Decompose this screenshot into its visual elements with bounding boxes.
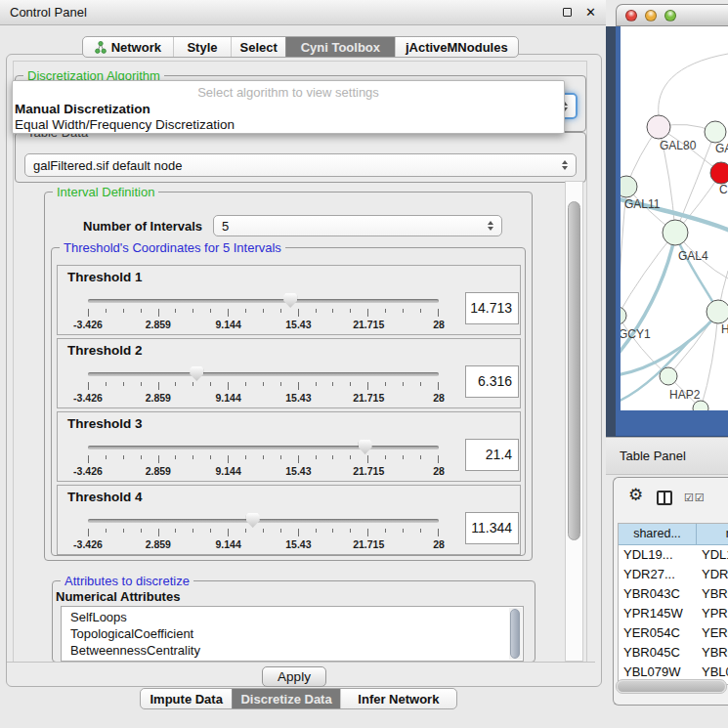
network-node[interactable]: [647, 115, 670, 139]
threshold-slider[interactable]: -3.4262.8599.14415.4321.71528: [88, 366, 439, 407]
network-graph[interactable]: GAL80GAGAL11CGAL4GCY1HHAP2: [621, 26, 728, 410]
table-data-combobox[interactable]: galFiltered.sif default node: [24, 153, 577, 177]
threshold-slider[interactable]: -3.4262.8599.14415.4321.71528: [88, 293, 439, 334]
slider-track[interactable]: [88, 299, 439, 303]
tab-discretize-data[interactable]: Discretize Data: [232, 689, 339, 708]
tab-jactivemnodules[interactable]: jActiveMNodules: [395, 37, 518, 57]
network-node[interactable]: [705, 121, 726, 143]
network-edge[interactable]: [659, 54, 728, 115]
threshold-value-field[interactable]: 21.4: [465, 439, 519, 471]
tab-infer-network[interactable]: Infer Network: [340, 689, 456, 708]
network-node[interactable]: [707, 300, 728, 323]
list-item[interactable]: TopologicalCoefficient: [70, 625, 523, 642]
slider-thumb[interactable]: [246, 513, 260, 528]
panel-vertical-scrollbar[interactable]: [565, 181, 583, 662]
threshold-slider[interactable]: -3.4262.8599.14415.4321.71528: [88, 513, 439, 554]
threshold-value-field[interactable]: 14.713: [465, 292, 519, 324]
network-window-titlebar[interactable]: [616, 4, 728, 26]
panel-title: Control Panel: [10, 5, 87, 20]
table-cell: YDL19...: [619, 545, 697, 565]
tab-network[interactable]: Network: [83, 37, 173, 57]
table-cell: YER054C: [619, 623, 697, 643]
number-of-intervals-combobox[interactable]: 5: [213, 215, 502, 236]
slider-track[interactable]: [88, 446, 439, 450]
close-icon[interactable]: ✕: [585, 6, 596, 19]
tab-impute-data[interactable]: Impute Data: [141, 689, 232, 708]
slider-thumb[interactable]: [190, 366, 203, 381]
table-cell: YBR043C: [619, 584, 697, 604]
slider-track[interactable]: [88, 372, 439, 376]
list-scrollbar[interactable]: [509, 608, 522, 660]
threshold-slider[interactable]: -3.4262.8599.14415.4321.71528: [88, 440, 439, 481]
scrollbar-thumb[interactable]: [568, 201, 580, 540]
columns-icon[interactable]: [657, 491, 672, 505]
network-node-label: GAL11: [624, 197, 661, 211]
list-item[interactable]: BetweennessCentrality: [70, 642, 523, 659]
group-title-attributes: Attributes to discretize: [61, 574, 193, 588]
close-traffic-light-icon[interactable]: [625, 10, 637, 21]
table-panel-title: Table Panel: [620, 449, 686, 463]
network-edge[interactable]: [621, 233, 675, 316]
network-node[interactable]: [621, 176, 637, 197]
network-edge[interactable]: [621, 314, 718, 375]
network-window-shadow-edge: [606, 26, 616, 437]
threshold-label: Threshold 1: [67, 270, 143, 284]
control-panel-titlebar: Control Panel ✕: [0, 0, 606, 25]
node-table[interactable]: shared... n... YDL19...YDL1...YDR27...YD…: [618, 523, 728, 685]
tab-cyni-toolbox[interactable]: Cyni Toolbox: [285, 37, 395, 57]
table-row[interactable]: YER054CYER0...: [619, 623, 728, 643]
scrollbar-thumb[interactable]: [618, 681, 725, 692]
tab-network-label: Network: [111, 40, 161, 55]
checkboxes-icon[interactable]: ☑☑: [684, 492, 706, 504]
combo-stepper-icon: [562, 160, 568, 170]
network-canvas[interactable]: GAL80GAGAL11CGAL4GCY1HHAP2: [621, 26, 728, 410]
table-row[interactable]: YPR145WYPR1...: [619, 604, 728, 623]
numerical-attributes-list[interactable]: SelfLoops TopologicalCoefficient Between…: [61, 606, 524, 662]
network-node[interactable]: [663, 220, 688, 245]
table-row[interactable]: YBR045CYBR0...: [619, 643, 728, 663]
network-node-label: H: [721, 322, 728, 336]
slider-ticks: [88, 529, 439, 536]
network-edge[interactable]: [701, 312, 718, 408]
minimize-traffic-light-icon[interactable]: [645, 10, 657, 21]
table-body: YDL19...YDL1...YDR27...YDR2...YBR043CYBR…: [619, 545, 728, 685]
tab-style[interactable]: Style: [173, 37, 232, 57]
zoom-traffic-light-icon[interactable]: [664, 10, 676, 21]
slider-scale: -3.4262.8599.14415.4321.71528: [88, 392, 439, 405]
table-row[interactable]: YBR043CYBR0...: [619, 584, 728, 604]
column-header-shared-name[interactable]: shared...: [619, 524, 697, 545]
slider-track[interactable]: [88, 519, 439, 523]
table-cell: YDL1...: [697, 545, 728, 565]
group-title-thresholds: Threshold's Coordinates for 5 Intervals: [60, 240, 285, 255]
threshold-value-field[interactable]: 6.316: [465, 365, 519, 398]
threshold-label: Threshold 3: [67, 416, 143, 431]
network-node[interactable]: [710, 162, 728, 184]
column-header-name[interactable]: n...: [697, 524, 728, 545]
table-cell: YDR27...: [619, 565, 697, 584]
table-cell: YPR1...: [697, 604, 728, 623]
numerical-attributes-heading: Numerical Attributes: [56, 589, 180, 604]
table-panel-card: ⚙ ☑☑ shared... n... YDL19...YDL1...YDR27…: [613, 477, 728, 706]
threshold-row: Threshold 1 -3.4262.8599.14415.4321.7152…: [57, 265, 521, 335]
float-window-icon[interactable]: [563, 8, 572, 17]
dropdown-option-equal-width-frequency[interactable]: Equal Width/Frequency Discretization: [13, 117, 564, 133]
table-row[interactable]: YDL19...YDL1...: [619, 545, 728, 565]
apply-button[interactable]: Apply: [262, 666, 326, 687]
network-node-label: GCY1: [621, 327, 651, 341]
network-node[interactable]: [660, 367, 677, 385]
slider-thumb[interactable]: [283, 293, 297, 308]
dropdown-option-manual-discretization[interactable]: Manual Discretization: [13, 102, 564, 117]
threshold-value-field[interactable]: 11.344: [465, 512, 519, 544]
network-edge[interactable]: [675, 235, 718, 312]
list-item[interactable]: SelfLoops: [70, 609, 523, 625]
tab-select[interactable]: Select: [231, 37, 285, 57]
gear-icon[interactable]: ⚙: [628, 487, 643, 503]
threshold-label: Threshold 2: [67, 343, 143, 358]
scrollbar-thumb[interactable]: [510, 609, 520, 659]
table-row[interactable]: YDR27...YDR2...: [619, 565, 728, 584]
slider-thumb[interactable]: [359, 440, 372, 454]
table-cell: YBR0...: [697, 584, 728, 604]
table-horizontal-scrollbar[interactable]: [616, 679, 727, 694]
table-cell: YBR0...: [697, 643, 728, 663]
network-node[interactable]: [621, 307, 626, 324]
